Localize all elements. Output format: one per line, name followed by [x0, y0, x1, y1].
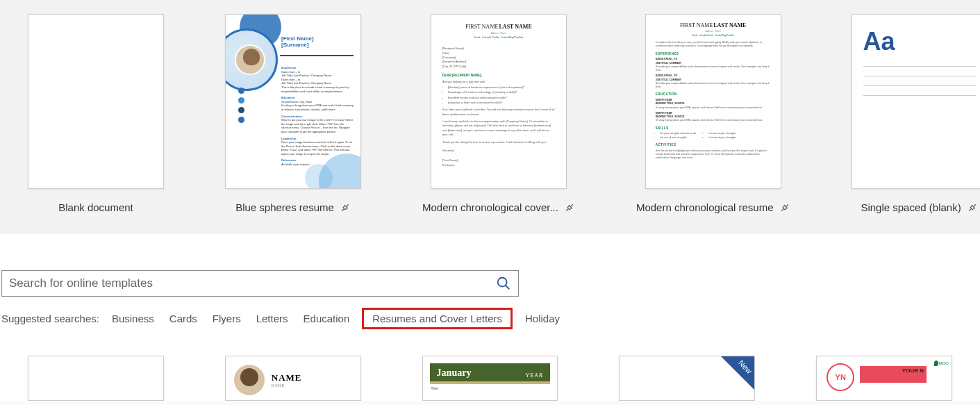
- recent-templates-section: Blank document [First Name] [Surname]: [0, 0, 980, 234]
- online-template-1[interactable]: [28, 356, 164, 401]
- suggested-cards[interactable]: Cards: [167, 311, 200, 326]
- suggested-holiday[interactable]: Holiday: [522, 311, 563, 326]
- suggested-education[interactable]: Education: [301, 311, 353, 326]
- pin-icon[interactable]: [967, 202, 978, 213]
- moo-logo-icon: MOO: [934, 361, 949, 366]
- template-blank-document[interactable]: Blank document: [28, 14, 164, 213]
- search-input[interactable]: [9, 276, 496, 290]
- template-label: Single spaced (blank): [861, 201, 961, 213]
- suggested-label: Suggested searches:: [1, 313, 99, 324]
- search-icon[interactable]: [496, 276, 511, 291]
- online-template-photo-resume[interactable]: NAME HERE: [225, 356, 361, 401]
- template-label: Modern chronological resume: [636, 201, 774, 213]
- template-single-spaced[interactable]: Aa Single spaced (blank): [852, 14, 980, 213]
- template-modern-resume[interactable]: FIRST NAME LAST NAME Address · Phone Ema…: [636, 14, 790, 213]
- template-row: Blank document [First Name] [Surname]: [28, 14, 952, 213]
- pin-icon[interactable]: [779, 202, 790, 213]
- search-box[interactable]: [1, 270, 519, 297]
- online-template-new[interactable]: New: [619, 356, 755, 401]
- online-templates-section: Suggested searches: Business Cards Flyer…: [0, 234, 980, 401]
- template-thumbnail[interactable]: FIRST NAME LAST NAME Address · Phone Ema…: [645, 14, 781, 189]
- suggested-letters[interactable]: Letters: [254, 311, 291, 326]
- svg-line-1: [506, 286, 510, 290]
- template-label: Blank document: [58, 201, 133, 213]
- suggested-flyers[interactable]: Flyers: [210, 311, 244, 326]
- template-thumbnail[interactable]: FIRST NAME LAST NAME Address · Phone Ema…: [431, 14, 567, 189]
- online-template-row: NAME HERE January YEAR Title New YN YOU: [0, 329, 980, 401]
- online-template-calendar[interactable]: January YEAR Title: [422, 356, 558, 401]
- template-thumbnail[interactable]: [28, 14, 164, 189]
- template-thumbnail[interactable]: [First Name] [Surname] Experience Dates …: [225, 14, 361, 189]
- online-template-moo[interactable]: YN YOUR N MOO: [816, 356, 952, 401]
- highlight-annotation: Resumes and Cover Letters: [362, 308, 513, 329]
- template-label: Blue spheres resume: [235, 201, 334, 213]
- template-modern-cover-letter[interactable]: FIRST NAME LAST NAME Address · Phone Ema…: [422, 14, 575, 213]
- svg-point-0: [498, 278, 507, 287]
- suggested-business[interactable]: Business: [109, 311, 157, 326]
- pin-icon[interactable]: [564, 202, 575, 213]
- template-thumbnail[interactable]: Aa: [852, 14, 980, 189]
- pin-icon[interactable]: [340, 202, 351, 213]
- suggested-searches-row: Suggested searches: Business Cards Flyer…: [0, 308, 980, 329]
- template-label: Modern chronological cover...: [422, 201, 558, 213]
- template-blue-spheres-resume[interactable]: [First Name] [Surname] Experience Dates …: [225, 14, 361, 213]
- suggested-resumes-cover-letters[interactable]: Resumes and Cover Letters: [369, 311, 505, 326]
